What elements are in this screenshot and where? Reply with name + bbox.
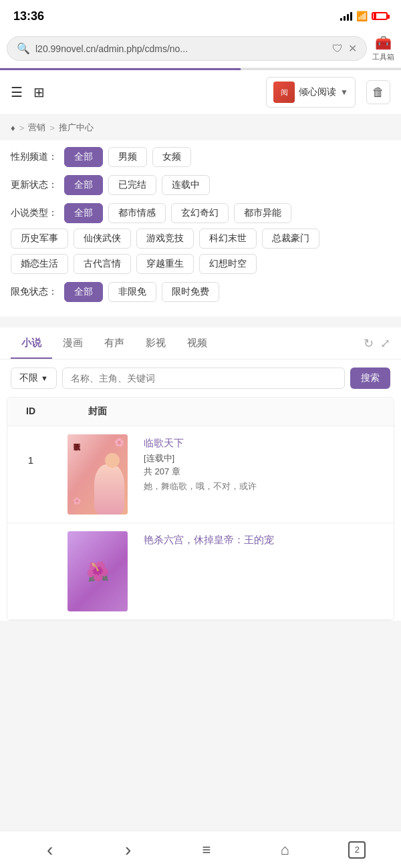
battery-icon xyxy=(372,12,388,20)
gender-filter-row: 性别频道： 全部 男频 女频 xyxy=(11,147,390,167)
tab-film[interactable]: 影视 xyxy=(135,327,176,359)
breadcrumb-marketing[interactable]: 营销 xyxy=(28,122,45,134)
nav-home-button[interactable]: ⌂ xyxy=(270,835,299,865)
novel-title-2[interactable]: 艳杀六宫，休掉皇帝：王的宠 xyxy=(144,534,388,547)
gender-filter-tags: 全部 男频 女频 xyxy=(64,147,390,167)
gender-filter-label: 性别频道： xyxy=(11,147,57,163)
type-tag-marriage[interactable]: 婚恋生活 xyxy=(11,254,68,274)
nav-tabs-button[interactable]: 2 xyxy=(348,841,366,859)
type-tag-transmigration[interactable]: 穿越重生 xyxy=(136,254,194,274)
breadcrumb-sep1: > xyxy=(19,123,25,133)
update-tag-all[interactable]: 全部 xyxy=(64,175,103,195)
type-tag-ancient-romance[interactable]: 古代言情 xyxy=(74,254,131,274)
type-filter-tags2: 历史军事 仙侠武侠 游戏竞技 科幻末世 总裁豪门 xyxy=(11,229,390,249)
th-cover: 封面 xyxy=(54,398,141,426)
filter-section: 性别频道： 全部 男频 女频 更新状态： 全部 已完结 连载中 小说类型： 全部… xyxy=(0,140,401,317)
breadcrumb-home[interactable]: ♦ xyxy=(11,123,15,133)
home-icon: ⌂ xyxy=(281,841,289,859)
data-table: ID 封面 1 临歌天下 🌸 🌸 xyxy=(7,397,394,621)
type-tag-history[interactable]: 历史军事 xyxy=(11,229,68,249)
novel-chapters-1: 共 207 章 xyxy=(144,466,388,478)
update-filter-label: 更新状态： xyxy=(11,175,57,191)
novel-status-1: [连载中] xyxy=(144,452,388,464)
search-bar: 不限 ▼ 搜索 xyxy=(0,359,401,397)
tab-novel[interactable]: 小说 xyxy=(11,327,52,359)
tabs-actions: ↻ ⤢ xyxy=(364,336,390,351)
th-id: ID xyxy=(7,398,54,426)
breadcrumb: ♦ > 营销 > 推广中心 xyxy=(0,115,401,140)
novel-desc-1: 她，舞临歌，哦，不对，或许 xyxy=(144,480,388,492)
trash-button[interactable]: 🗑 xyxy=(366,80,390,104)
free-filter-tags: 全部 非限免 限时免费 xyxy=(64,282,390,302)
type-filter-tags: 全部 都市情感 玄幻奇幻 都市异能 xyxy=(64,203,390,223)
tab-video[interactable]: 视频 xyxy=(176,327,218,359)
toolbox-label: 工具箱 xyxy=(372,52,394,62)
type-tag-scifi[interactable]: 科幻末世 xyxy=(199,229,257,249)
type-tag-fantasy-space[interactable]: 幻想时空 xyxy=(199,254,257,274)
gender-tag-male[interactable]: 男频 xyxy=(108,147,147,167)
type-tag-wuxia[interactable]: 仙侠武侠 xyxy=(74,229,131,249)
toolbox-button[interactable]: 🧰 工具箱 xyxy=(372,35,394,62)
free-filter-label: 限免状态： xyxy=(11,282,57,298)
tab-audio[interactable]: 有声 xyxy=(94,327,135,359)
address-bar[interactable]: 🔍 l20.99novel.cn/admin.php/cdms/no... 🛡 … xyxy=(7,36,367,61)
type-tag-ceo[interactable]: 总裁豪门 xyxy=(262,229,319,249)
book-cover-2: 🌺 xyxy=(68,531,128,611)
expand-icon[interactable]: ⤢ xyxy=(380,336,390,351)
type-tag-urban[interactable]: 都市情感 xyxy=(108,203,166,223)
status-bar: 13:36 📶 xyxy=(0,0,401,29)
update-filter-row: 更新状态： 全部 已完结 连载中 xyxy=(11,175,390,195)
type-filter-tags3: 婚恋生活 古代言情 穿越重生 幻想时空 xyxy=(11,254,390,274)
hamburger-icon[interactable]: ☰ xyxy=(11,84,23,100)
grid-icon[interactable]: ⊞ xyxy=(33,84,45,100)
type-tag-all[interactable]: 全部 xyxy=(64,203,103,223)
address-url: l20.99novel.cn/admin.php/cdms/no... xyxy=(35,43,327,54)
tabs-section: 小说 漫画 有声 影视 视频 ↻ ⤢ 不限 ▼ 搜索 ID 封面 1 xyxy=(0,327,401,621)
free-tag-non-free[interactable]: 非限免 xyxy=(108,282,156,302)
table-header: ID 封面 xyxy=(7,398,394,426)
breadcrumb-promotion[interactable]: 推广中心 xyxy=(59,122,94,134)
free-filter-row: 限免状态： 全部 非限免 限时免费 xyxy=(11,282,390,302)
brand-button[interactable]: 阅 倾心阅读 ▼ xyxy=(266,77,356,108)
search-filter-label: 不限 xyxy=(19,372,38,384)
type-filter-label: 小说类型： xyxy=(11,203,57,219)
update-tag-completed[interactable]: 已完结 xyxy=(108,175,156,195)
nav-menu-button[interactable]: ≡ xyxy=(192,835,221,865)
type-filter-row2: 历史军事 仙侠武侠 游戏竞技 科幻末世 总裁豪门 xyxy=(11,229,390,249)
table-row: 🌺 艳杀六宫，休掉皇帝：王的宠 xyxy=(7,523,394,620)
search-input-wrap xyxy=(62,368,345,389)
status-time: 13:36 xyxy=(13,9,44,23)
search-filter-chevron: ▼ xyxy=(41,374,48,382)
brand-name: 倾心阅读 xyxy=(299,86,336,98)
search-input[interactable] xyxy=(71,373,336,384)
update-tag-ongoing[interactable]: 连载中 xyxy=(162,175,210,195)
gender-tag-female[interactable]: 女频 xyxy=(152,147,191,167)
gender-tag-all[interactable]: 全部 xyxy=(64,147,103,167)
type-tag-gaming[interactable]: 游戏竞技 xyxy=(136,229,194,249)
menu-icon: ≡ xyxy=(203,841,211,859)
type-tag-urban-power[interactable]: 都市异能 xyxy=(234,203,291,223)
row2-info: 艳杀六宫，休掉皇帝：王的宠 xyxy=(141,531,394,552)
free-tag-all[interactable]: 全部 xyxy=(64,282,103,302)
type-tag-fantasy[interactable]: 玄幻奇幻 xyxy=(171,203,229,223)
nav-back-button[interactable]: ‹ xyxy=(35,835,65,865)
shield-icon[interactable]: 🛡 xyxy=(332,43,343,55)
search-icon: 🔍 xyxy=(17,42,30,55)
refresh-icon[interactable]: ↻ xyxy=(364,336,374,351)
tab-count: 2 xyxy=(355,845,360,855)
free-tag-limited-free[interactable]: 限时免费 xyxy=(162,282,219,302)
row2-cover: 🌺 xyxy=(54,531,141,611)
back-icon: ‹ xyxy=(47,839,53,861)
cover-art-1: 临歌天下 🌸 🌸 xyxy=(68,434,128,515)
toolbox-icon: 🧰 xyxy=(375,35,392,51)
flower-decoration: 🌺 xyxy=(86,561,110,583)
brand-logo: 阅 xyxy=(273,82,295,103)
nav-forward-button[interactable]: › xyxy=(114,835,143,865)
forward-icon: › xyxy=(125,839,131,861)
tab-manga[interactable]: 漫画 xyxy=(52,327,94,359)
novel-title-1[interactable]: 临歌天下 xyxy=(144,437,388,450)
cover-art-2: 🌺 xyxy=(68,531,128,611)
search-button[interactable]: 搜索 xyxy=(350,368,390,389)
search-filter-button[interactable]: 不限 ▼ xyxy=(11,368,57,389)
close-icon[interactable]: ✕ xyxy=(348,42,357,55)
